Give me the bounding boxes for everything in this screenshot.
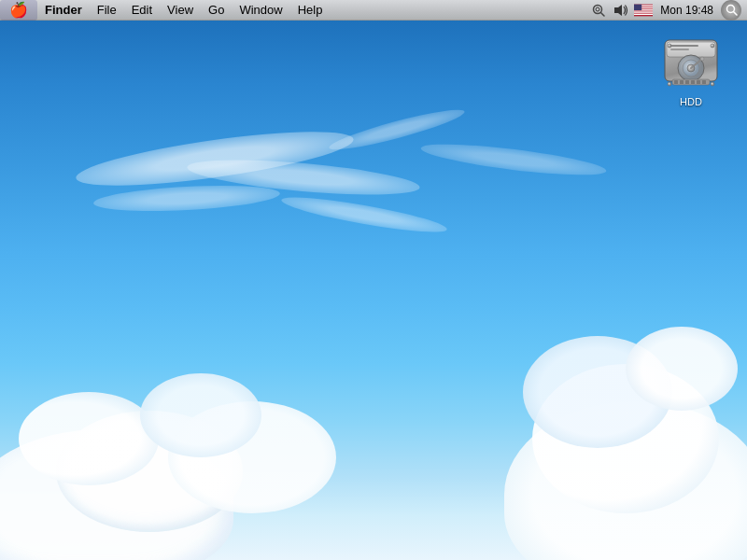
svg-line-12	[733, 12, 737, 16]
svg-rect-29	[685, 80, 689, 84]
go-menu[interactable]: Go	[201, 0, 232, 21]
flag-icon[interactable]	[634, 0, 653, 21]
edit-label: Edit	[132, 3, 152, 17]
window-menu[interactable]: Window	[232, 0, 289, 21]
svg-point-1	[596, 7, 599, 11]
cloud-decoration	[419, 138, 607, 181]
finder-label: Finder	[45, 3, 82, 17]
svg-rect-31	[697, 80, 700, 84]
file-label: File	[97, 3, 117, 17]
menubar-right: Mon 19:48	[589, 0, 747, 21]
clock: Mon 19:48	[656, 4, 717, 17]
svg-point-25	[711, 82, 714, 86]
svg-point-22	[668, 44, 671, 48]
svg-rect-15	[670, 45, 698, 47]
finder-menu[interactable]: Finder	[37, 0, 90, 21]
clock-text: Mon 19:48	[660, 4, 713, 17]
help-label: Help	[298, 3, 323, 17]
view-menu[interactable]: View	[160, 0, 201, 21]
spotlight-left-icon[interactable]	[589, 0, 608, 21]
svg-point-23	[711, 44, 714, 48]
hdd-image	[661, 33, 721, 92]
hdd-svg	[661, 33, 721, 92]
svg-rect-9	[634, 13, 653, 14]
window-label: Window	[239, 3, 282, 17]
spotlight-search-icon[interactable]	[721, 0, 741, 21]
svg-rect-16	[670, 49, 689, 50]
hdd-drive-icon[interactable]: HDD	[654, 33, 728, 107]
volume-icon[interactable]	[612, 0, 630, 21]
go-label: Go	[208, 3, 224, 17]
apple-menu[interactable]: 🍎	[0, 0, 37, 21]
svg-rect-30	[691, 80, 695, 84]
svg-rect-8	[634, 11, 653, 12]
edit-menu[interactable]: Edit	[124, 0, 160, 21]
file-menu[interactable]: File	[90, 0, 124, 21]
svg-rect-10	[634, 4, 641, 9]
view-label: View	[167, 3, 193, 17]
menubar: 🍎 Finder File Edit View Go Window Help	[0, 0, 747, 21]
help-menu[interactable]: Help	[290, 0, 331, 21]
svg-point-21	[700, 57, 704, 61]
apple-icon: 🍎	[9, 1, 28, 19]
svg-line-2	[601, 12, 605, 16]
volume-svg	[613, 4, 628, 17]
cloud-decoration	[626, 327, 738, 411]
cloud-decoration	[92, 182, 280, 215]
svg-marker-3	[614, 5, 622, 16]
menubar-left: 🍎 Finder File Edit View Go Window Help	[0, 0, 589, 21]
desktop: 🍎 Finder File Edit View Go Window Help	[0, 0, 747, 560]
flag-svg	[634, 4, 653, 17]
svg-point-24	[668, 82, 671, 86]
svg-rect-32	[702, 80, 706, 84]
svg-rect-28	[680, 80, 684, 84]
svg-rect-27	[674, 80, 678, 84]
cloud-decoration	[19, 392, 159, 485]
cloud-decoration	[140, 373, 261, 457]
cloud-decoration	[280, 191, 449, 239]
hdd-label: HDD	[680, 96, 702, 107]
